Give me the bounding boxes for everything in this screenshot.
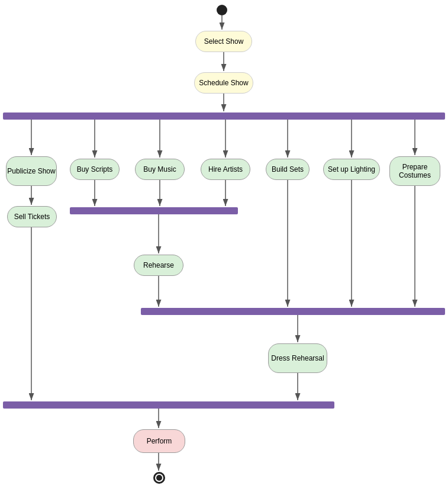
prepare-costumes-node: Prepare Costumes — [389, 156, 440, 186]
schedule-show-node: Schedule Show — [194, 72, 253, 94]
build-sets-node: Build Sets — [266, 159, 310, 180]
set-up-lighting-node: Set up Lighting — [323, 159, 380, 180]
dress-rehearsal-node: Dress Rehearsal — [268, 343, 327, 373]
select-show-node: Select Show — [195, 31, 252, 52]
hire-artists-node: Hire Artists — [201, 159, 250, 180]
buy-scripts-node: Buy Scripts — [70, 159, 120, 180]
final-inner — [156, 475, 162, 481]
initial-node — [217, 5, 227, 15]
sync-bar-2 — [70, 207, 238, 214]
perform-node: Perform — [133, 429, 185, 453]
sell-tickets-node: Sell Tickets — [7, 206, 57, 227]
sync-bar-1 — [3, 112, 445, 120]
publicize-show-node: Publicize Show — [6, 156, 57, 186]
sync-bar-4 — [3, 401, 334, 409]
rehearse-node: Rehearse — [134, 255, 183, 276]
final-node — [153, 472, 165, 484]
buy-music-node: Buy Music — [135, 159, 185, 180]
sync-bar-3 — [141, 308, 445, 315]
activity-diagram: Select Show Schedule Show Publicize Show… — [0, 0, 448, 495]
